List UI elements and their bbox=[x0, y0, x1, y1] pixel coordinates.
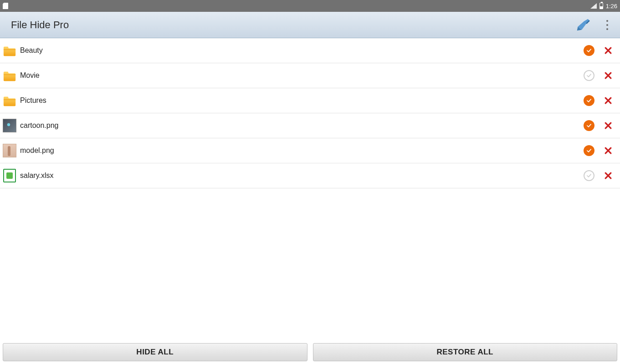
folder-icon bbox=[3, 69, 16, 82]
list-item[interactable]: Pictures bbox=[0, 88, 620, 113]
clock: 1:26 bbox=[606, 3, 617, 10]
list-item[interactable]: model.png bbox=[0, 138, 620, 163]
model-icon bbox=[3, 144, 16, 157]
file-name: model.png bbox=[20, 147, 584, 155]
restore-all-button[interactable]: RESTORE ALL bbox=[313, 343, 618, 361]
delete-button[interactable] bbox=[603, 145, 614, 156]
list-item[interactable]: Movie bbox=[0, 63, 620, 88]
app-bar: File Hide Pro bbox=[0, 12, 620, 38]
sdcard-icon bbox=[3, 3, 8, 9]
delete-button[interactable] bbox=[603, 95, 614, 106]
file-name: cartoon.png bbox=[20, 121, 584, 130]
delete-button[interactable] bbox=[603, 45, 614, 56]
status-toggle[interactable] bbox=[584, 95, 594, 106]
list-item[interactable]: cartoon.png bbox=[0, 113, 620, 138]
file-name: salary.xlsx bbox=[20, 172, 584, 180]
battery-icon bbox=[600, 3, 603, 9]
delete-button[interactable] bbox=[603, 70, 614, 81]
list-item[interactable]: salary.xlsx bbox=[0, 163, 620, 188]
delete-button[interactable] bbox=[603, 120, 614, 131]
folder-icon bbox=[3, 94, 16, 107]
status-toggle[interactable] bbox=[584, 120, 594, 131]
app-title: File Hide Pro bbox=[11, 19, 69, 31]
file-list: BeautyMoviePicturescartoon.pngmodel.pngs… bbox=[0, 38, 620, 188]
status-toggle[interactable] bbox=[584, 45, 594, 56]
cartoon-icon bbox=[3, 119, 16, 132]
hide-all-button[interactable]: HIDE ALL bbox=[3, 343, 307, 361]
signal-icon bbox=[590, 3, 597, 9]
status-bar: 1:26 bbox=[0, 0, 620, 12]
status-toggle[interactable] bbox=[584, 70, 594, 81]
clean-icon[interactable] bbox=[576, 18, 592, 32]
xlsx-icon bbox=[3, 169, 16, 182]
overflow-menu-icon[interactable] bbox=[603, 20, 612, 30]
file-name: Movie bbox=[20, 71, 584, 80]
list-item[interactable]: Beauty bbox=[0, 38, 620, 63]
file-name: Pictures bbox=[20, 96, 584, 105]
bottom-bar: HIDE ALL RESTORE ALL bbox=[0, 340, 620, 364]
folder-icon bbox=[3, 44, 16, 57]
status-toggle[interactable] bbox=[584, 145, 594, 156]
delete-button[interactable] bbox=[603, 170, 614, 181]
status-toggle[interactable] bbox=[584, 170, 594, 181]
file-name: Beauty bbox=[20, 46, 584, 55]
